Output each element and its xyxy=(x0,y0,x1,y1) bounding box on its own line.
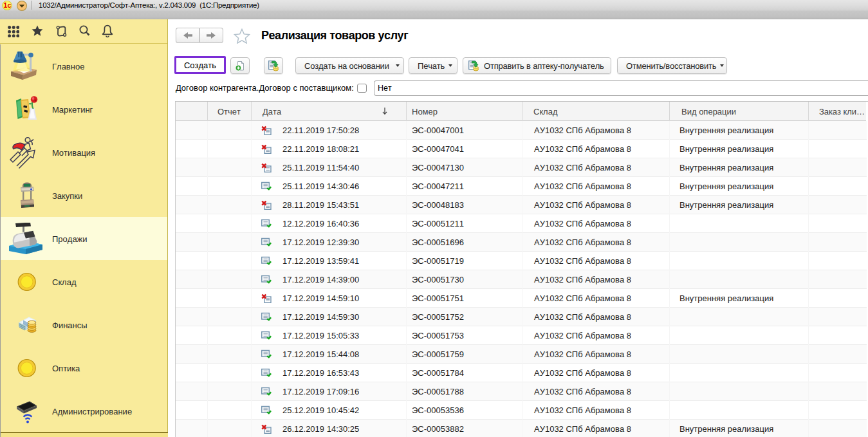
svg-text:1с: 1с xyxy=(3,1,11,9)
